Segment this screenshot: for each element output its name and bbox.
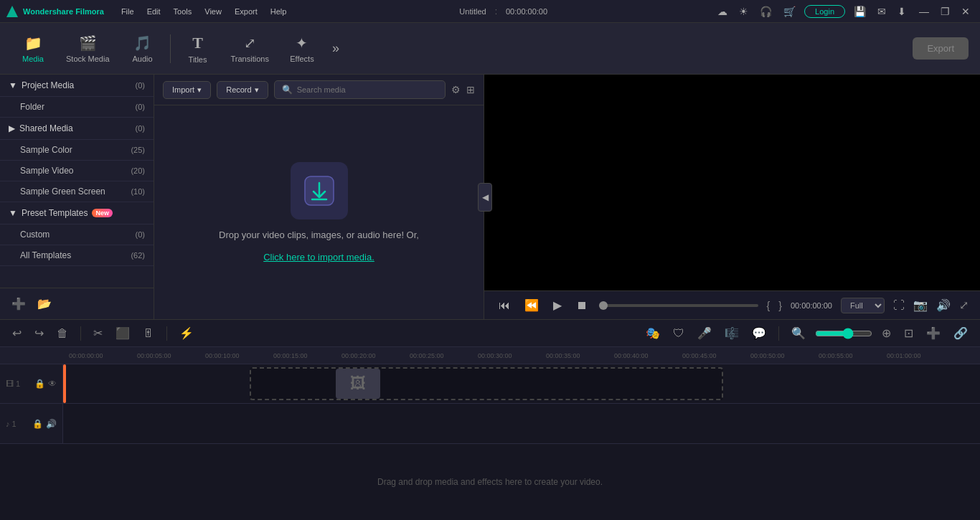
sidebar-shared-media[interactable]: ▶ Shared Media (0) bbox=[0, 118, 154, 140]
zoom-in-button[interactable]: ⊕ bbox=[878, 324, 895, 342]
eye-icon[interactable]: 👁 bbox=[48, 379, 57, 389]
out-bracket[interactable]: } bbox=[778, 300, 782, 311]
record-button[interactable]: Record ▾ bbox=[217, 81, 268, 99]
audio-track-number: ♪ 1 bbox=[6, 420, 17, 428]
sample-color-label: Sample Color bbox=[20, 145, 72, 155]
undo-button[interactable]: ↩ bbox=[9, 324, 25, 342]
ruler-mark-10: 00:00:50:00 bbox=[750, 352, 819, 359]
fullscreen-icon[interactable]: ⛶ bbox=[893, 299, 905, 312]
audio-track-1-content[interactable] bbox=[63, 404, 980, 443]
menu-tools[interactable]: Tools bbox=[168, 5, 198, 18]
menu-help[interactable]: Help bbox=[265, 5, 293, 18]
sidebar-item-custom[interactable]: Custom (0) bbox=[0, 224, 154, 245]
expand-icon[interactable]: ⤢ bbox=[959, 298, 969, 312]
ruler-mark-7: 00:00:35:00 bbox=[546, 352, 614, 359]
close-button[interactable]: ✕ bbox=[957, 4, 974, 19]
open-folder-button[interactable]: 📂 bbox=[34, 294, 55, 313]
caption-button[interactable]: 💬 bbox=[748, 324, 770, 342]
cut-button[interactable]: ✂ bbox=[90, 324, 106, 342]
video-track-1-content[interactable]: 🖼 bbox=[63, 364, 980, 403]
transitions-icon: ⤢ bbox=[244, 34, 256, 52]
zoom-out-button[interactable]: 🔍 bbox=[788, 324, 809, 342]
import-link[interactable]: Click here to import media. bbox=[263, 252, 374, 263]
chevron-right-icon: ▶ bbox=[9, 123, 15, 133]
sidebar-item-sample-video[interactable]: Sample Video (20) bbox=[0, 161, 154, 181]
export-button[interactable]: Export bbox=[913, 37, 969, 60]
link-button[interactable]: 🔗 bbox=[950, 324, 971, 342]
media-thumb[interactable]: 🖼 bbox=[336, 369, 380, 399]
cloud-icon[interactable]: ☁ bbox=[715, 4, 730, 19]
sidebar-preset-templates[interactable]: ▼ Preset Templates New bbox=[0, 202, 154, 224]
menu-file[interactable]: File bbox=[116, 5, 140, 18]
tab-titles[interactable]: T Titles bbox=[176, 29, 220, 68]
timeline-toolbar: ↩ ↪ 🗑 ✂ ⬛ 🎚 ⚡ 🎭 🛡 🎤 🎼 💬 🔍 ⊕ ⊡ ➕ 🔗 bbox=[0, 320, 980, 347]
tab-stock-media[interactable]: 🎬 Stock Media bbox=[57, 30, 118, 67]
lock-icon[interactable]: 🔒 bbox=[34, 379, 45, 389]
stop-button[interactable]: ⏹ bbox=[573, 298, 590, 313]
add-track-button[interactable]: ➕ bbox=[923, 324, 944, 342]
tab-media[interactable]: 📁 Media bbox=[11, 30, 55, 67]
shield-button[interactable]: 🛡 bbox=[669, 325, 688, 342]
save-icon[interactable]: 💾 bbox=[851, 4, 869, 19]
menu-view[interactable]: View bbox=[199, 5, 227, 18]
grid-icon[interactable]: ⊞ bbox=[466, 84, 475, 95]
sidebar-item-sample-green[interactable]: Sample Green Screen (10) bbox=[0, 181, 154, 202]
fit-button[interactable]: ⊡ bbox=[900, 324, 917, 342]
play-button[interactable]: ▶ bbox=[550, 297, 565, 313]
media-icon: 📁 bbox=[24, 34, 42, 52]
add-folder-button[interactable]: ➕ bbox=[9, 294, 29, 313]
search-input[interactable] bbox=[297, 85, 438, 94]
more-tools-button[interactable]: » bbox=[326, 38, 345, 59]
ruler-mark-4: 00:00:20:00 bbox=[341, 352, 410, 359]
sidebar-item-all-templates[interactable]: All Templates (62) bbox=[0, 245, 154, 266]
menu-edit[interactable]: Edit bbox=[141, 5, 166, 18]
sidebar-project-media[interactable]: ▼ Project Media (0) bbox=[0, 75, 154, 97]
media-panel: Import ▾ Record ▾ 🔍 ⚙ ⊞ Drop bbox=[154, 75, 484, 319]
tab-audio[interactable]: 🎵 Audio bbox=[121, 30, 164, 67]
timeline-area: ↩ ↪ 🗑 ✂ ⬛ 🎚 ⚡ 🎭 🛡 🎤 🎼 💬 🔍 ⊕ ⊡ ➕ 🔗 00:00:… bbox=[0, 319, 980, 520]
zoom-select[interactable]: Full 75% 50% 25% bbox=[841, 298, 885, 313]
in-bracket[interactable]: { bbox=[767, 300, 771, 311]
effects-icon: ✦ bbox=[296, 34, 308, 52]
menu-export[interactable]: Export bbox=[229, 5, 263, 18]
playhead bbox=[63, 364, 66, 403]
sun-icon[interactable]: ☀ bbox=[736, 4, 751, 19]
screenshot-icon[interactable]: 📷 bbox=[913, 298, 928, 312]
cart-icon[interactable]: 🛒 bbox=[781, 4, 798, 19]
color-button[interactable]: ⬛ bbox=[112, 324, 133, 342]
effects-tl-button[interactable]: 🎭 bbox=[642, 324, 664, 342]
ruler-mark-9: 00:00:45:00 bbox=[682, 352, 750, 359]
ruler-mark-1: 00:00:05:00 bbox=[137, 352, 205, 359]
speed-button[interactable]: ⚡ bbox=[176, 324, 197, 342]
mail-icon[interactable]: ✉ bbox=[875, 4, 889, 19]
headphone-icon[interactable]: 🎧 bbox=[757, 4, 775, 19]
sidebar-item-folder[interactable]: Folder (0) bbox=[0, 97, 154, 118]
delete-button[interactable]: 🗑 bbox=[53, 325, 72, 342]
zoom-slider[interactable] bbox=[815, 328, 872, 339]
toolbar-sep-1 bbox=[170, 34, 171, 63]
image-icon: 🖼 bbox=[350, 374, 366, 393]
audio-mute-icon[interactable]: 🔊 bbox=[46, 419, 57, 429]
redo-button[interactable]: ↪ bbox=[31, 324, 47, 342]
sidebar-item-sample-color[interactable]: Sample Color (25) bbox=[0, 140, 154, 161]
collapse-panel-button[interactable]: ◀ bbox=[478, 183, 492, 212]
maximize-button[interactable]: ❐ bbox=[936, 4, 954, 19]
preview-timeline-bar[interactable] bbox=[599, 304, 758, 307]
minimize-button[interactable]: — bbox=[915, 4, 933, 19]
chevron-down-icon: ▼ bbox=[9, 80, 17, 90]
tab-effects[interactable]: ✦ Effects bbox=[281, 30, 324, 67]
import-button[interactable]: Import ▾ bbox=[163, 81, 211, 99]
drop-icon-container bbox=[291, 162, 348, 219]
music-button[interactable]: 🎼 bbox=[721, 324, 743, 342]
download-icon[interactable]: ⬇ bbox=[895, 4, 909, 19]
main-toolbar: 📁 Media 🎬 Stock Media 🎵 Audio T Titles ⤢… bbox=[0, 23, 980, 75]
mic-button[interactable]: 🎤 bbox=[694, 324, 715, 342]
filter-icon[interactable]: ⚙ bbox=[451, 84, 461, 95]
tab-transitions[interactable]: ⤢ Transitions bbox=[222, 30, 278, 67]
step-back-button[interactable]: ⏪ bbox=[522, 297, 542, 313]
skip-back-button[interactable]: ⏮ bbox=[496, 298, 513, 313]
audio-button[interactable]: 🎚 bbox=[139, 325, 158, 342]
login-button[interactable]: Login bbox=[804, 5, 845, 18]
volume-icon[interactable]: 🔊 bbox=[936, 298, 951, 312]
audio-lock-icon[interactable]: 🔒 bbox=[32, 419, 43, 429]
